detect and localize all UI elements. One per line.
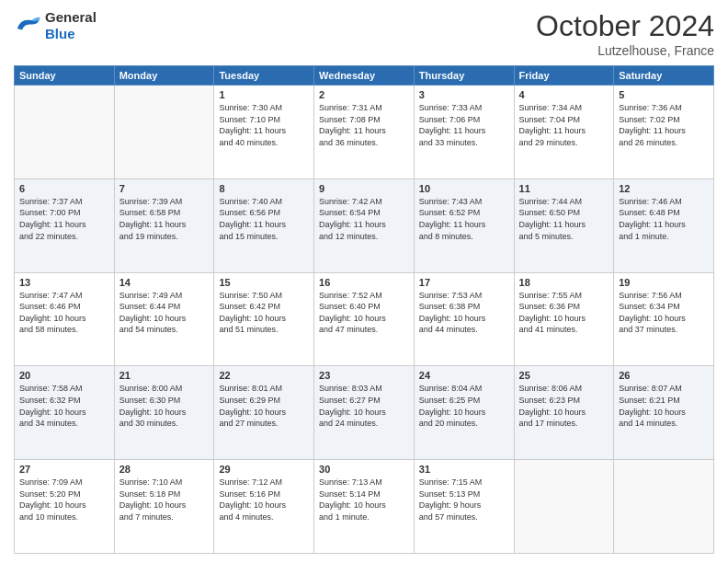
calendar-cell: 14Sunrise: 7:49 AM Sunset: 6:44 PM Dayli… bbox=[114, 272, 214, 366]
calendar-cell: 22Sunrise: 8:01 AM Sunset: 6:29 PM Dayli… bbox=[214, 366, 314, 460]
calendar-cell: 29Sunrise: 7:12 AM Sunset: 5:16 PM Dayli… bbox=[214, 460, 314, 554]
day-info: Sunrise: 7:53 AM Sunset: 6:38 PM Dayligh… bbox=[419, 290, 509, 336]
day-info: Sunrise: 7:10 AM Sunset: 5:18 PM Dayligh… bbox=[119, 477, 210, 523]
calendar-cell bbox=[614, 460, 714, 554]
day-number: 15 bbox=[219, 277, 309, 288]
day-info: Sunrise: 7:31 AM Sunset: 7:08 PM Dayligh… bbox=[319, 102, 409, 148]
col-header-thursday: Thursday bbox=[414, 66, 514, 86]
calendar-cell: 19Sunrise: 7:56 AM Sunset: 6:34 PM Dayli… bbox=[614, 272, 714, 366]
day-info: Sunrise: 7:12 AM Sunset: 5:16 PM Dayligh… bbox=[219, 477, 309, 523]
calendar-cell: 11Sunrise: 7:44 AM Sunset: 6:50 PM Dayli… bbox=[514, 178, 614, 272]
col-header-monday: Monday bbox=[114, 66, 214, 86]
week-row: 13Sunrise: 7:47 AM Sunset: 6:46 PM Dayli… bbox=[15, 272, 714, 366]
calendar-cell: 30Sunrise: 7:13 AM Sunset: 5:14 PM Dayli… bbox=[314, 460, 415, 554]
day-number: 14 bbox=[119, 277, 210, 288]
location-title: Lutzelhouse, France bbox=[536, 43, 714, 58]
day-number: 7 bbox=[119, 183, 210, 194]
calendar-cell: 15Sunrise: 7:50 AM Sunset: 6:42 PM Dayli… bbox=[214, 272, 314, 366]
page: General Blue October 2024 Lutzelhouse, F… bbox=[0, 0, 728, 563]
day-number: 1 bbox=[219, 89, 309, 100]
day-info: Sunrise: 8:06 AM Sunset: 6:23 PM Dayligh… bbox=[519, 383, 609, 429]
day-number: 17 bbox=[419, 277, 509, 288]
week-row: 1Sunrise: 7:30 AM Sunset: 7:10 PM Daylig… bbox=[15, 86, 714, 179]
calendar-cell: 7Sunrise: 7:39 AM Sunset: 6:58 PM Daylig… bbox=[114, 178, 214, 272]
calendar-cell: 28Sunrise: 7:10 AM Sunset: 5:18 PM Dayli… bbox=[114, 460, 214, 554]
calendar-cell: 21Sunrise: 8:00 AM Sunset: 6:30 PM Dayli… bbox=[114, 366, 214, 460]
calendar-cell: 27Sunrise: 7:09 AM Sunset: 5:20 PM Dayli… bbox=[15, 460, 115, 554]
day-number: 10 bbox=[419, 183, 509, 194]
calendar-cell bbox=[114, 86, 214, 179]
calendar-cell bbox=[514, 460, 614, 554]
day-info: Sunrise: 7:33 AM Sunset: 7:06 PM Dayligh… bbox=[419, 102, 509, 148]
calendar-cell: 5Sunrise: 7:36 AM Sunset: 7:02 PM Daylig… bbox=[614, 86, 714, 179]
day-number: 3 bbox=[419, 89, 509, 100]
day-info: Sunrise: 7:30 AM Sunset: 7:10 PM Dayligh… bbox=[219, 102, 309, 148]
week-row: 27Sunrise: 7:09 AM Sunset: 5:20 PM Dayli… bbox=[15, 460, 714, 554]
calendar-header-row: SundayMondayTuesdayWednesdayThursdayFrid… bbox=[15, 66, 714, 86]
day-info: Sunrise: 7:15 AM Sunset: 5:13 PM Dayligh… bbox=[419, 477, 509, 523]
day-number: 23 bbox=[319, 370, 409, 381]
calendar-cell: 31Sunrise: 7:15 AM Sunset: 5:13 PM Dayli… bbox=[414, 460, 514, 554]
day-info: Sunrise: 7:42 AM Sunset: 6:54 PM Dayligh… bbox=[319, 196, 409, 242]
logo: General Blue bbox=[14, 9, 97, 42]
day-number: 29 bbox=[219, 464, 309, 475]
calendar-cell: 4Sunrise: 7:34 AM Sunset: 7:04 PM Daylig… bbox=[514, 86, 614, 179]
calendar-cell: 6Sunrise: 7:37 AM Sunset: 7:00 PM Daylig… bbox=[15, 178, 115, 272]
day-number: 12 bbox=[619, 183, 709, 194]
day-info: Sunrise: 7:09 AM Sunset: 5:20 PM Dayligh… bbox=[19, 477, 109, 523]
day-info: Sunrise: 7:13 AM Sunset: 5:14 PM Dayligh… bbox=[319, 477, 409, 523]
col-header-wednesday: Wednesday bbox=[314, 66, 415, 86]
day-number: 21 bbox=[119, 370, 210, 381]
day-number: 26 bbox=[619, 370, 709, 381]
calendar-cell: 26Sunrise: 8:07 AM Sunset: 6:21 PM Dayli… bbox=[614, 366, 714, 460]
day-info: Sunrise: 8:07 AM Sunset: 6:21 PM Dayligh… bbox=[619, 383, 709, 429]
logo-blue: Blue bbox=[45, 26, 75, 41]
day-number: 22 bbox=[219, 370, 309, 381]
logo-icon bbox=[14, 15, 41, 37]
day-number: 20 bbox=[19, 370, 109, 381]
day-number: 4 bbox=[519, 89, 609, 100]
day-info: Sunrise: 7:44 AM Sunset: 6:50 PM Dayligh… bbox=[519, 196, 609, 242]
day-info: Sunrise: 7:58 AM Sunset: 6:32 PM Dayligh… bbox=[19, 383, 109, 429]
day-number: 13 bbox=[19, 277, 109, 288]
day-number: 2 bbox=[319, 89, 409, 100]
day-info: Sunrise: 7:55 AM Sunset: 6:36 PM Dayligh… bbox=[519, 290, 609, 336]
day-info: Sunrise: 7:50 AM Sunset: 6:42 PM Dayligh… bbox=[219, 290, 309, 336]
day-info: Sunrise: 7:56 AM Sunset: 6:34 PM Dayligh… bbox=[619, 290, 709, 336]
day-number: 24 bbox=[419, 370, 509, 381]
col-header-saturday: Saturday bbox=[614, 66, 714, 86]
day-info: Sunrise: 7:40 AM Sunset: 6:56 PM Dayligh… bbox=[219, 196, 309, 242]
col-header-tuesday: Tuesday bbox=[214, 66, 314, 86]
calendar-cell: 23Sunrise: 8:03 AM Sunset: 6:27 PM Dayli… bbox=[314, 366, 415, 460]
week-row: 6Sunrise: 7:37 AM Sunset: 7:00 PM Daylig… bbox=[15, 178, 714, 272]
day-info: Sunrise: 7:49 AM Sunset: 6:44 PM Dayligh… bbox=[119, 290, 210, 336]
calendar-cell: 17Sunrise: 7:53 AM Sunset: 6:38 PM Dayli… bbox=[414, 272, 514, 366]
day-info: Sunrise: 7:39 AM Sunset: 6:58 PM Dayligh… bbox=[119, 196, 210, 242]
month-title: October 2024 bbox=[536, 9, 714, 43]
day-number: 5 bbox=[619, 89, 709, 100]
calendar-cell: 2Sunrise: 7:31 AM Sunset: 7:08 PM Daylig… bbox=[314, 86, 415, 179]
col-header-friday: Friday bbox=[514, 66, 614, 86]
day-number: 18 bbox=[519, 277, 609, 288]
day-number: 27 bbox=[19, 464, 109, 475]
calendar-cell bbox=[15, 86, 115, 179]
col-header-sunday: Sunday bbox=[15, 66, 115, 86]
day-number: 25 bbox=[519, 370, 609, 381]
day-info: Sunrise: 8:03 AM Sunset: 6:27 PM Dayligh… bbox=[319, 383, 409, 429]
calendar-cell: 18Sunrise: 7:55 AM Sunset: 6:36 PM Dayli… bbox=[514, 272, 614, 366]
day-number: 31 bbox=[419, 464, 509, 475]
day-number: 6 bbox=[19, 183, 109, 194]
day-info: Sunrise: 7:36 AM Sunset: 7:02 PM Dayligh… bbox=[619, 102, 709, 148]
calendar-cell: 24Sunrise: 8:04 AM Sunset: 6:25 PM Dayli… bbox=[414, 366, 514, 460]
day-info: Sunrise: 7:43 AM Sunset: 6:52 PM Dayligh… bbox=[419, 196, 509, 242]
day-info: Sunrise: 8:00 AM Sunset: 6:30 PM Dayligh… bbox=[119, 383, 210, 429]
day-number: 8 bbox=[219, 183, 309, 194]
day-info: Sunrise: 7:52 AM Sunset: 6:40 PM Dayligh… bbox=[319, 290, 409, 336]
calendar-cell: 20Sunrise: 7:58 AM Sunset: 6:32 PM Dayli… bbox=[15, 366, 115, 460]
day-number: 30 bbox=[319, 464, 409, 475]
logo-general: General bbox=[45, 9, 97, 25]
day-number: 28 bbox=[119, 464, 210, 475]
header: General Blue October 2024 Lutzelhouse, F… bbox=[14, 9, 714, 58]
day-info: Sunrise: 7:34 AM Sunset: 7:04 PM Dayligh… bbox=[519, 102, 609, 148]
day-info: Sunrise: 8:04 AM Sunset: 6:25 PM Dayligh… bbox=[419, 383, 509, 429]
